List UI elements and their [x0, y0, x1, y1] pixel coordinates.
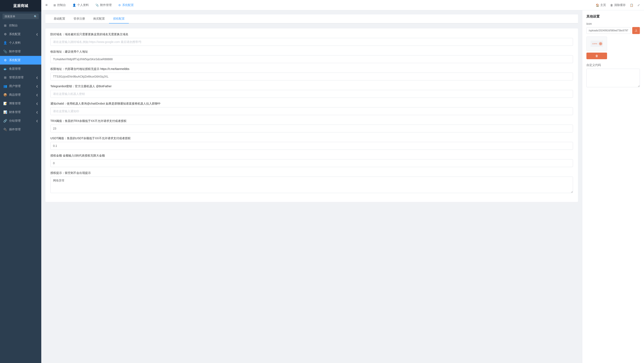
sidebar-item-blog[interactable]: 📝 博客管理 ❮	[0, 99, 41, 108]
notify-chatid-label: 通知chatid：使用机器人查询@chatIDrobot 如果是群聊通知请直接将…	[50, 102, 573, 106]
trash-icon: 🗑	[595, 54, 598, 57]
icon-path-input[interactable]	[586, 27, 630, 34]
topbar-nav-dashboard[interactable]: ⊞ 控制台	[53, 3, 67, 7]
sidebar-item-label: 用户管理	[9, 84, 21, 88]
subsite-icon: 🔗	[3, 119, 7, 123]
chevron-right-icon: ❮	[36, 85, 38, 88]
auth-tip-group: 授权提示：留空则不会出现提示	[50, 171, 573, 194]
fullscreen-icon: ⤢	[638, 3, 640, 7]
preview-image: 蓝盾商城	[590, 40, 603, 48]
blog-icon: 📝	[3, 102, 7, 105]
menu-toggle-button[interactable]: ≡	[46, 3, 48, 7]
auth-amount-label: 授权金额 金额输入0则代表授权无限大金额	[50, 154, 573, 158]
payment-address-input[interactable]	[50, 55, 573, 63]
tab-login-register[interactable]: 登录注册	[69, 14, 89, 23]
usdt-threshold-label: USDT阈值：鱼苗的USDT余额低于XX不允许请求支付或者授权	[50, 137, 573, 140]
topbar-nav-label: 系统配置	[122, 3, 134, 7]
sidebar-item-label: 个人资料	[9, 41, 21, 45]
auth-config-form: 防封域名：域名被封后只需要更换这里的域名无需更换主域名 收款地址：建议使用个人地…	[46, 28, 578, 202]
topbar-nav-label: 个人资料	[77, 3, 89, 7]
sidebar-item-profile[interactable]: 👤 个人资料	[0, 38, 41, 47]
sidebar-item-admin[interactable]: ⊞ 管理员管理 ❮	[0, 73, 41, 82]
payment-address-group: 收款地址：建议使用个人地址	[50, 50, 573, 63]
permission-address-group: 权限地址：代部署合约地址授权无提示 https://t.me/tianmeibb…	[50, 67, 573, 80]
main-content: 基础配置 登录注册 购买配置 授权配置 防封域名：域名被封后只需要更换这里的域名…	[41, 10, 582, 363]
sidebar-item-label: 商品管理	[9, 93, 21, 97]
sidebar-item-attachment[interactable]: 📎 附件管理	[0, 47, 41, 56]
tab-auth-config[interactable]: 授权配置	[109, 14, 129, 23]
sidebar-item-system-config[interactable]: ⚙ 系统配置 ❮	[0, 30, 41, 38]
sidebar-item-label: 财务管理	[9, 110, 21, 114]
sidebar-item-subsite[interactable]: 🔗 分站管理 ❮	[0, 116, 41, 125]
sidebar-item-label: 分站管理	[9, 119, 21, 123]
chevron-right-icon: ❮	[36, 111, 38, 114]
topbar-nav-profile[interactable]: 👤 个人资料	[72, 3, 90, 7]
main-wrap: ≡ ⊞ 控制台 👤 个人资料 📎 附件管理 ⚙ 系统配置 🏠 主页	[41, 0, 644, 363]
sidebar-item-label: 控制台	[9, 24, 18, 27]
clipboard-icon: 📋	[630, 3, 633, 7]
user-icon: 👤	[3, 41, 7, 45]
permission-address-input[interactable]	[50, 73, 573, 80]
sidebar-search-section: 🔍	[0, 11, 41, 21]
anti-block-input[interactable]	[50, 38, 573, 46]
search-input[interactable]	[2, 13, 39, 19]
sidebar-item-dashboard[interactable]: ⊞ 控制台	[0, 21, 41, 30]
icon-upload-row: 上	[586, 27, 640, 34]
telegram-bot-input[interactable]	[50, 90, 573, 98]
trx-threshold-input[interactable]	[50, 125, 573, 132]
notify-chatid-input[interactable]	[50, 107, 573, 115]
tab-bar: 基础配置 登录注册 购买配置 授权配置	[46, 14, 578, 23]
topbar-left: ≡ ⊞ 控制台 👤 个人资料 📎 附件管理 ⚙ 系统配置	[46, 3, 134, 7]
sidebar-item-label: 鱼苗管理	[9, 67, 21, 71]
svg-text:蓝盾商城: 蓝盾商城	[592, 43, 597, 44]
sidebar-item-finance[interactable]: 📊 财务管理 ❮	[0, 108, 41, 116]
usdt-threshold-input[interactable]	[50, 142, 573, 150]
user-icon: 👤	[72, 3, 76, 7]
plugin-icon: 🔌	[3, 128, 7, 131]
anti-block-group: 防封域名：域名被封后只需要更换这里的域名无需更换主域名	[50, 32, 573, 46]
sidebar-item-sysconfig-active[interactable]: ⚙ 系统配置	[0, 56, 41, 64]
auth-tip-textarea[interactable]	[50, 177, 573, 193]
admin-icon: ⊞	[3, 76, 7, 79]
search-icon: 🔍	[34, 15, 37, 18]
sidebar-item-fish[interactable]: 🐟 鱼苗管理	[0, 64, 41, 73]
delete-icon-button[interactable]: 🗑	[586, 53, 607, 59]
custom-code-label: 自定义代码	[586, 63, 640, 67]
chevron-right-icon: ❮	[36, 94, 38, 96]
sidebar-item-label: 系统配置	[9, 32, 21, 36]
sidebar-item-user[interactable]: 👥 用户管理 ❮	[0, 82, 41, 90]
payment-address-label: 收款地址：建议使用个人地址	[50, 50, 573, 54]
icon-preview: 蓝盾商城	[586, 36, 607, 51]
topbar-home-button[interactable]: 🏠 主页	[596, 3, 606, 7]
gear-icon: ⚙	[118, 3, 121, 7]
auth-tip-label: 授权提示：留空则不会出现提示	[50, 171, 573, 175]
product-icon: 📦	[3, 93, 7, 97]
custom-code-textarea[interactable]	[586, 69, 640, 87]
sidebar: 蓝盾商城 🔍 ⊞ 控制台 ⚙ 系统配置 ❮ 👤 个人资料 📎 附件管理 ⚙ 系统…	[0, 0, 41, 363]
tab-purchase-config[interactable]: 购买配置	[89, 14, 109, 23]
attachment-icon: 📎	[3, 50, 7, 53]
sidebar-item-label: 插件管理	[9, 128, 21, 131]
gear-icon: ⚙	[3, 58, 7, 62]
upload-button[interactable]: 上	[632, 27, 640, 34]
anti-block-label: 防封域名：域名被封后只需要更换这里的域名无需更换主域名	[50, 32, 573, 36]
topbar-fullscreen-button[interactable]: ⤢	[638, 3, 640, 7]
sidebar-item-product[interactable]: 📦 商品管理 ❮	[0, 90, 41, 99]
dashboard-icon: ⊞	[3, 24, 7, 27]
content-wrap: 基础配置 登录注册 购买配置 授权配置 防封域名：域名被封后只需要更换这里的域名…	[41, 10, 644, 363]
sidebar-item-label: 管理员管理	[9, 76, 24, 79]
auth-amount-input[interactable]	[50, 159, 573, 167]
topbar-nav-sysconfig[interactable]: ⚙ 系统配置	[118, 3, 134, 7]
tab-basic-config[interactable]: 基础配置	[50, 14, 69, 23]
telegram-bot-group: Telegrambot密钥：官方注册机器人 @BotFather	[50, 84, 573, 98]
topbar-nav-attachment[interactable]: 📎 附件管理	[94, 3, 112, 7]
chevron-right-icon: ❮	[36, 120, 38, 122]
topbar-clear-cache-label: 清除缓存	[614, 3, 626, 7]
chevron-right-icon: ❮	[36, 76, 38, 79]
attachment-icon: 📎	[95, 3, 99, 7]
telegram-bot-label: Telegrambot密钥：官方注册机器人 @BotFather	[50, 84, 573, 88]
topbar-clear-cache-button[interactable]: 🗑 清除缓存	[610, 3, 626, 7]
sidebar-item-plugin[interactable]: 🔌 插件管理	[0, 125, 41, 134]
topbar-clipboard-button[interactable]: 📋	[630, 3, 633, 7]
sidebar-nav: ⊞ 控制台 ⚙ 系统配置 ❮ 👤 个人资料 📎 附件管理 ⚙ 系统配置 🐟 鱼苗…	[0, 21, 41, 363]
